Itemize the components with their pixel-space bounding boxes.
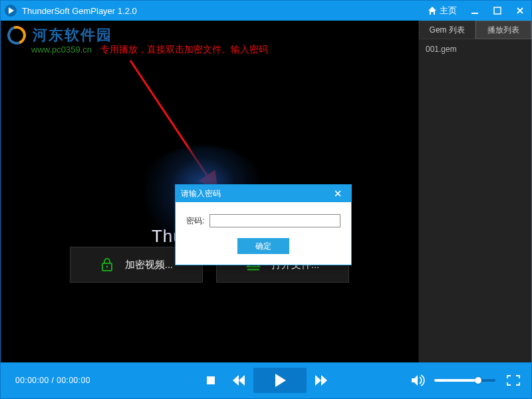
watermark-overlay: 河东软件园 www.pc0359.cn	[5, 23, 112, 55]
svg-marker-11	[275, 374, 286, 387]
fullscreen-icon	[507, 375, 520, 386]
svg-rect-8	[207, 376, 215, 384]
video-area: 河东软件园 www.pc0359.cn 专用播放，直接双击加密文件。输入密码 T…	[1, 21, 418, 362]
svg-marker-10	[233, 375, 239, 386]
time-total: 00:00:00	[57, 376, 90, 385]
dialog-ok-button[interactable]: 确定	[237, 238, 289, 254]
watermark-cn-text: 河东软件园	[33, 25, 112, 45]
time-current: 00:00:00	[15, 376, 49, 385]
home-label: 主页	[440, 5, 457, 17]
dialog-close-button[interactable]	[334, 190, 346, 198]
fullscreen-button[interactable]	[502, 367, 525, 394]
list-item[interactable]: 001.gem	[419, 42, 531, 57]
sidebar-list: 001.gem	[419, 39, 531, 362]
password-input[interactable]	[209, 214, 340, 227]
dialog-titlebar[interactable]: 请输入密码	[176, 185, 351, 202]
home-button[interactable]: 主页	[421, 1, 464, 21]
close-button[interactable]	[509, 1, 531, 21]
volume-button[interactable]	[409, 367, 428, 394]
tab-playlist[interactable]: 播放列表	[475, 21, 532, 39]
stop-button[interactable]	[198, 367, 224, 394]
lock-icon	[100, 257, 114, 272]
svg-marker-13	[321, 375, 327, 386]
titlebar: ThunderSoft GemPlayer 1.2.0 主页	[1, 1, 531, 21]
svg-marker-14	[412, 375, 418, 386]
svg-point-6	[106, 266, 108, 268]
password-label: 密码:	[186, 215, 204, 227]
app-logo-icon	[3, 3, 18, 18]
next-button[interactable]	[308, 367, 334, 394]
svg-marker-12	[315, 375, 321, 386]
tab-gem-list[interactable]: Gem 列表	[419, 21, 475, 39]
password-dialog: 请输入密码 密码: 确定	[175, 184, 352, 265]
time-display: 00:00:00 / 00:00:00	[15, 376, 90, 385]
annotation-text: 专用播放，直接双击加密文件。输入密码	[100, 44, 268, 56]
svg-rect-2	[471, 13, 478, 14]
home-icon	[428, 6, 437, 15]
volume-slider[interactable]	[434, 379, 495, 382]
volume-icon	[412, 374, 425, 386]
svg-rect-7	[247, 269, 259, 271]
maximize-button[interactable]	[486, 1, 509, 21]
watermark-logo-icon	[5, 23, 29, 47]
play-button[interactable]	[253, 368, 307, 393]
encrypt-video-label: 加密视频...	[125, 259, 174, 271]
sidebar: Gem 列表 播放列表 001.gem	[418, 21, 531, 362]
app-title: ThunderSoft GemPlayer 1.2.0	[22, 6, 137, 16]
dialog-title-text: 请输入密码	[181, 188, 221, 200]
control-bar: 00:00:00 / 00:00:00	[1, 362, 531, 398]
svg-rect-3	[494, 7, 501, 14]
previous-button[interactable]	[225, 367, 252, 394]
minimize-button[interactable]	[464, 1, 486, 21]
svg-marker-9	[239, 375, 245, 386]
